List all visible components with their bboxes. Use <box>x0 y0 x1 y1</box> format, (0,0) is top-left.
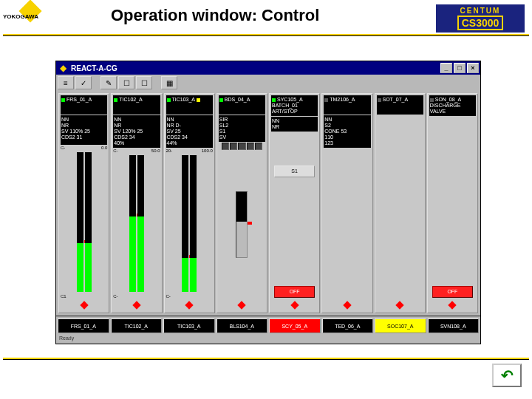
maximize-button[interactable]: □ <box>454 63 466 73</box>
faceplate-4[interactable]: SYC105_A BATCH_01 ART/STOP NN NR S1 OFF <box>269 93 320 313</box>
faceplate-7[interactable]: SON_08_A DISCHARGE VALVE OFF <box>427 93 478 313</box>
product-logo: CENTUM CS3000 <box>436 4 525 33</box>
fp-alarm-indicator <box>61 299 107 311</box>
fp-header: TM2106_A <box>324 95 370 115</box>
faceplate-area: FRS_01_A NN NR SV 110% 25 CDS2 31 C- 0.0… <box>56 91 480 316</box>
fp-params: NN NR SV 110% 25 CDS2 31 <box>61 115 107 145</box>
faceplate-2[interactable]: TIC103_A NN NR D- SV 25 CDS2 34 44% 20- … <box>164 93 215 313</box>
fp-header: SOT_07_A <box>377 95 423 115</box>
back-button[interactable]: ↶ <box>492 364 522 387</box>
point-button-1[interactable]: TIC102_A <box>111 318 163 333</box>
fp-header: FRS_01_A <box>61 95 107 115</box>
fp-alarm-indicator <box>219 299 265 311</box>
product-name-1: CENTUM <box>460 7 501 15</box>
point-button-4[interactable]: SCY_05_A <box>269 318 321 333</box>
fp-params: NN NR SV 120% 25 CDS2 34 40% <box>113 115 160 148</box>
point-button-3[interactable]: BLS104_A <box>216 318 268 333</box>
point-button-row: FRS_01_A TIC102_A TIC103_A BLS104_A SCY_… <box>56 316 480 335</box>
fp-s1-button[interactable]: S1 <box>274 166 315 177</box>
fp-lamp-strip <box>219 143 265 150</box>
fp-off-button[interactable]: OFF <box>274 286 315 298</box>
fp-params: NN NR D- SV 25 CDS2 34 44% <box>166 115 213 148</box>
toolbar-btn-5[interactable]: ☐ <box>136 76 152 89</box>
fp-header: BDS_04_A <box>219 95 265 115</box>
fp-header: TIC102_A <box>113 95 160 115</box>
fp-alarm-indicator <box>271 299 318 311</box>
fp-params: NN S2 CONE 53 110 123 <box>324 115 370 148</box>
fp-out-scale: C1 <box>61 294 107 299</box>
fp-alarm-indicator <box>324 299 370 311</box>
close-button[interactable]: × <box>467 63 479 73</box>
point-button-0[interactable]: FRS_01_A <box>58 318 109 333</box>
brand-text: YOKOGAWA <box>3 13 38 20</box>
faceplate-6[interactable]: SOT_07_A <box>375 93 426 313</box>
fp-header: SON_08_A DISCHARGE VALVE <box>429 95 476 116</box>
toolbar-btn-3[interactable]: ✎ <box>100 76 117 89</box>
fp-out-scale: C- <box>113 294 160 299</box>
faceplate-3[interactable]: BDS_04_A SIR SL2 S1 SV <box>216 93 267 313</box>
fp-off-button[interactable]: OFF <box>432 286 473 298</box>
fp-scale: C- 50.0 <box>113 149 160 153</box>
fp-params: NN NR <box>271 117 318 132</box>
point-button-5[interactable]: TED_06_A <box>322 318 374 333</box>
fp-bargraph[interactable] <box>166 154 213 293</box>
faceplate-5[interactable]: TM2106_A NN S2 CONE 53 110 123 <box>321 93 372 313</box>
fp-alarm-indicator <box>377 299 423 311</box>
faceplate-1[interactable]: TIC102_A NN NR SV 120% 25 CDS2 34 40% C-… <box>111 93 162 313</box>
fp-alarm-indicator <box>429 299 476 311</box>
fp-header: SYC105_A BATCH_01 ART/STOP <box>271 95 318 116</box>
window-titlebar[interactable]: ◆ REACT-A-CG _ □ × <box>56 61 480 75</box>
fp-header: TIC103_A <box>166 95 213 115</box>
fp-bargraph[interactable] <box>113 154 160 293</box>
toolbar-btn-1[interactable]: ≡ <box>58 76 74 89</box>
window-title: REACT-A-CG <box>71 64 439 72</box>
page-title: Operation window: Control <box>111 6 319 25</box>
toolbar-btn-2[interactable]: ✓ <box>75 76 92 89</box>
point-button-6[interactable]: SOC107_A <box>375 318 426 333</box>
system-menu-icon[interactable]: ◆ <box>58 63 68 73</box>
fp-bargraph[interactable] <box>61 151 107 293</box>
fp-alarm-indicator <box>166 299 213 311</box>
fp-out-scale: C- <box>166 294 213 299</box>
fp-alarm-indicator <box>113 299 160 311</box>
product-name-2: CS3000 <box>457 16 504 30</box>
fp-single-bar[interactable] <box>219 151 265 299</box>
status-bar: Ready <box>56 335 480 344</box>
header-rule <box>3 34 529 36</box>
footer-rule <box>3 358 529 360</box>
faceplate-0[interactable]: FRS_01_A NN NR SV 110% 25 CDS2 31 C- 0.0… <box>58 93 109 313</box>
toolbar-btn-6[interactable]: ▦ <box>161 76 177 89</box>
minimize-button[interactable]: _ <box>440 63 452 73</box>
toolbar-btn-4[interactable]: ☐ <box>118 76 134 89</box>
toolbar: ≡ ✓ ✎ ☐ ☐ ▦ <box>56 75 480 91</box>
fp-scale: C- 0.0 <box>61 146 107 150</box>
point-button-2[interactable]: TIC103_A <box>163 318 215 333</box>
fp-scale: 20- 100.0 <box>166 149 213 153</box>
fp-params: SIR SL2 S1 SV <box>219 115 265 142</box>
operation-window: ◆ REACT-A-CG _ □ × ≡ ✓ ✎ ☐ ☐ ▦ FRS_01_A … <box>55 61 481 344</box>
point-button-7[interactable]: SVN108_A <box>428 318 480 333</box>
